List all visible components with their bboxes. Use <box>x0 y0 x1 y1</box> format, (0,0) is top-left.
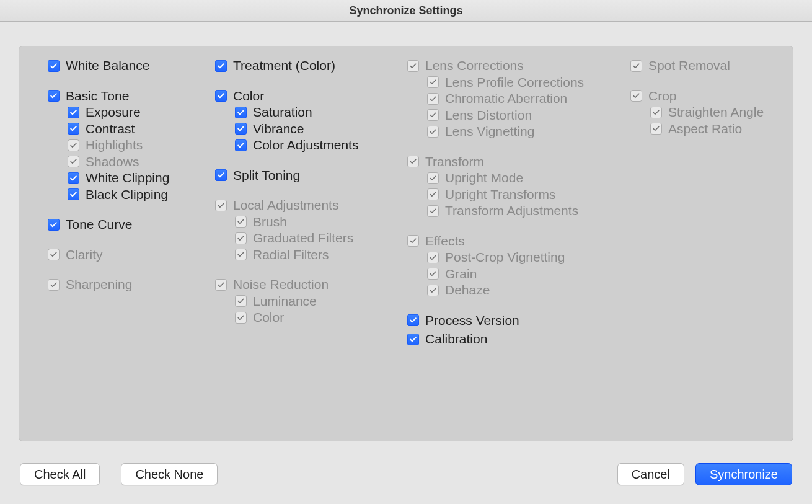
checkbox-lens-distortion[interactable] <box>427 109 439 121</box>
checkbox-vibrance[interactable] <box>235 123 247 135</box>
checkbox-local-adjustments[interactable] <box>215 200 227 211</box>
checkbox-upright-transforms[interactable] <box>427 188 439 200</box>
checkbox-luminance[interactable] <box>235 295 247 307</box>
row-lens-profile-corrections: Lens Profile Corrections <box>427 74 630 91</box>
label-post-crop-vignetting: Post-Crop Vignetting <box>445 250 565 265</box>
label-graduated-filters: Graduated Filters <box>253 231 353 245</box>
checkbox-tone-curve[interactable] <box>48 219 60 231</box>
row-aspect-ratio: Aspect Ratio <box>650 121 785 138</box>
checkbox-chromatic-aberration[interactable] <box>427 93 439 105</box>
label-contrast: Contrast <box>86 122 135 136</box>
checkbox-straighten-angle[interactable] <box>650 107 662 118</box>
column-4: Spot Removal Crop Straighten Angle Aspec… <box>630 58 785 348</box>
cancel-label: Cancel <box>632 467 670 482</box>
label-basic-tone: Basic Tone <box>66 89 129 104</box>
label-highlights: Highlights <box>86 138 143 153</box>
label-upright-mode: Upright Mode <box>445 170 523 185</box>
label-saturation: Saturation <box>253 105 312 120</box>
row-post-crop-vignetting: Post-Crop Vignetting <box>427 249 630 266</box>
label-black-clipping: Black Clipping <box>86 187 168 202</box>
label-spot-removal: Spot Removal <box>648 58 730 73</box>
label-brush: Brush <box>253 214 287 229</box>
checkbox-aspect-ratio[interactable] <box>650 123 662 135</box>
checkbox-color-adjustments[interactable] <box>235 139 247 151</box>
label-white-clipping: White Clipping <box>86 170 169 185</box>
checkbox-noise-reduction[interactable] <box>215 279 227 291</box>
checkbox-calibration[interactable] <box>407 334 419 345</box>
checkbox-black-clipping[interactable] <box>68 188 79 200</box>
label-transform: Transform <box>425 154 484 169</box>
checkbox-effects[interactable] <box>407 235 419 247</box>
row-split-toning: Split Toning <box>215 167 407 184</box>
checkbox-transform-adjustments[interactable] <box>427 205 439 217</box>
label-grain: Grain <box>445 267 477 281</box>
checkbox-clarity[interactable] <box>48 249 60 260</box>
row-shadows: Shadows <box>68 154 215 170</box>
label-process-version: Process Version <box>425 313 519 328</box>
checkbox-white-balance[interactable] <box>48 60 60 72</box>
settings-panel: White Balance Basic Tone Exposure Contra… <box>19 46 793 441</box>
checkbox-white-clipping[interactable] <box>68 172 79 184</box>
row-lens-distortion: Lens Distortion <box>427 107 630 124</box>
row-graduated-filters: Graduated Filters <box>235 230 407 247</box>
row-contrast: Contrast <box>68 121 215 138</box>
label-color-adjustments: Color Adjustments <box>253 138 358 153</box>
row-process-version: Process Version <box>407 312 630 329</box>
group-spot-removal: Spot Removal <box>630 58 785 74</box>
checkbox-brush[interactable] <box>235 216 247 228</box>
row-grain: Grain <box>427 266 630 283</box>
checkbox-spot-removal[interactable] <box>630 60 642 72</box>
label-chromatic-aberration: Chromatic Aberration <box>445 91 567 106</box>
cancel-button[interactable]: Cancel <box>617 463 684 485</box>
checkbox-shadows[interactable] <box>68 156 79 167</box>
checkbox-highlights[interactable] <box>68 139 79 151</box>
row-black-clipping: Black Clipping <box>68 187 215 203</box>
row-upright-mode: Upright Mode <box>427 170 630 187</box>
row-saturation: Saturation <box>235 104 407 121</box>
checkbox-upright-mode[interactable] <box>427 172 439 184</box>
group-process: Process Version Calibration <box>407 312 630 348</box>
checkbox-saturation[interactable] <box>235 107 247 118</box>
group-transform: Transform Upright Mode Upright Transform… <box>407 154 630 219</box>
checkbox-lens-corrections[interactable] <box>407 60 419 72</box>
group-basic-tone: Basic Tone Exposure Contrast Highlights … <box>48 88 215 203</box>
row-lens-corrections: Lens Corrections <box>407 58 630 74</box>
row-dehaze: Dehaze <box>427 282 630 299</box>
checkbox-sharpening[interactable] <box>48 279 60 291</box>
checkbox-crop[interactable] <box>630 90 642 102</box>
row-crop: Crop <box>630 88 785 105</box>
checkbox-dehaze[interactable] <box>427 285 439 296</box>
check-none-label: Check None <box>135 467 203 482</box>
label-luminance: Luminance <box>253 294 317 309</box>
row-brush: Brush <box>235 214 407 231</box>
checkbox-graduated-filters[interactable] <box>235 232 247 244</box>
label-effects: Effects <box>425 234 465 249</box>
checkbox-grain[interactable] <box>427 268 439 280</box>
checkbox-lens-vignetting[interactable] <box>427 126 439 138</box>
checkbox-post-crop-vignetting[interactable] <box>427 252 439 263</box>
group-split-toning: Split Toning <box>215 167 407 184</box>
checkbox-contrast[interactable] <box>68 123 79 135</box>
label-upright-transforms: Upright Transforms <box>445 187 556 202</box>
checkbox-exposure[interactable] <box>68 107 79 118</box>
row-white-balance: White Balance <box>48 58 215 74</box>
checkbox-treatment[interactable] <box>215 60 227 72</box>
checkbox-split-toning[interactable] <box>215 169 227 181</box>
checkbox-color[interactable] <box>215 90 227 102</box>
window-titlebar: Synchronize Settings <box>0 0 812 22</box>
label-clarity: Clarity <box>66 247 103 262</box>
checkbox-radial-filters[interactable] <box>235 249 247 260</box>
check-none-button[interactable]: Check None <box>121 463 218 485</box>
checkbox-process-version[interactable] <box>407 314 419 326</box>
row-chromatic-aberration: Chromatic Aberration <box>427 91 630 107</box>
row-sharpening: Sharpening <box>48 276 215 293</box>
label-sharpening: Sharpening <box>66 277 132 292</box>
checkbox-nr-color[interactable] <box>235 312 247 324</box>
label-straighten-angle: Straighten Angle <box>668 105 764 120</box>
synchronize-button[interactable]: Synchronize <box>695 463 792 485</box>
checkbox-lens-profile-corrections[interactable] <box>427 76 439 88</box>
check-all-button[interactable]: Check All <box>20 463 100 485</box>
checkbox-basic-tone[interactable] <box>48 90 60 102</box>
checkbox-transform[interactable] <box>407 156 419 167</box>
label-nr-color: Color <box>253 310 284 325</box>
